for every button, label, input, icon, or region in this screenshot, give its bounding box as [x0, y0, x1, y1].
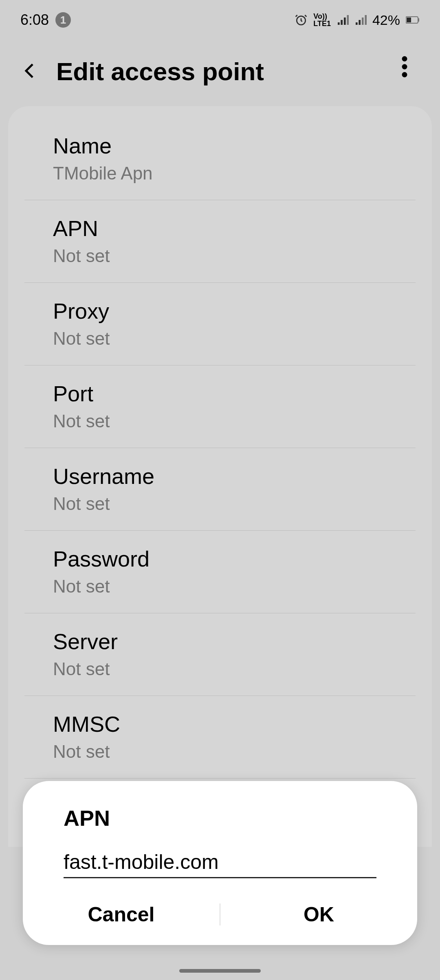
apn-input[interactable] — [64, 850, 376, 874]
dialog-button-row: Cancel OK — [23, 896, 417, 933]
dialog-title: APN — [64, 805, 376, 831]
ok-button[interactable]: OK — [220, 896, 417, 933]
dialog-input-wrapper — [64, 850, 376, 878]
apn-edit-dialog: APN Cancel OK — [23, 781, 417, 945]
cancel-button[interactable]: Cancel — [23, 896, 220, 933]
